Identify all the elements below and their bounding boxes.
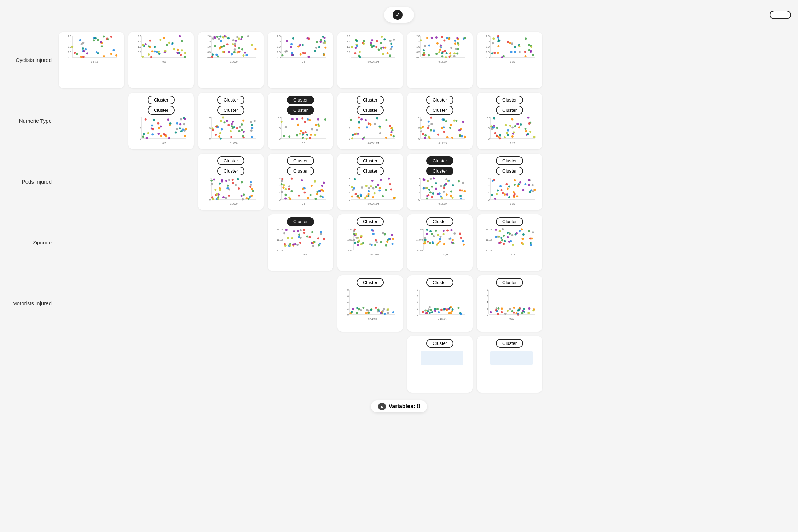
cluster-button-zipcode-2[interactable]: Cluster	[426, 217, 453, 226]
svg-point-616	[290, 190, 293, 192]
svg-point-1018	[422, 311, 424, 313]
svg-point-22	[97, 39, 99, 41]
svg-point-532	[490, 125, 492, 127]
svg-point-905	[448, 238, 450, 240]
cell-zipcode-6: Cluster11,50011,00010,5000 20	[477, 214, 542, 271]
svg-point-891	[439, 236, 441, 238]
svg-point-463	[350, 119, 352, 121]
cluster-button-numeric-4[interactable]: Cluster	[426, 96, 453, 104]
svg-point-160	[318, 46, 320, 48]
svg-point-89	[212, 53, 214, 56]
svg-text:1: 1	[279, 191, 281, 194]
svg-point-526	[529, 131, 531, 133]
cluster-button-numeric-1[interactable]: Cluster	[217, 96, 244, 104]
cluster-button-motorists-2[interactable]: Cluster	[496, 278, 523, 287]
cluster-button-motorists-0[interactable]: Cluster	[357, 278, 384, 287]
svg-point-541	[518, 126, 520, 128]
svg-point-102	[219, 47, 221, 49]
svg-point-368	[219, 132, 221, 134]
cluster-button-numeric-5[interactable]: Cluster	[496, 106, 523, 115]
svg-point-760	[491, 194, 493, 196]
svg-point-706	[443, 187, 445, 189]
svg-point-907	[442, 233, 444, 235]
svg-point-262	[424, 45, 426, 47]
cluster-button-peds-3[interactable]: Cluster	[426, 156, 453, 165]
cluster-button-zipcode-3[interactable]: Cluster	[496, 217, 523, 226]
svg-text:2.0: 2.0	[138, 35, 141, 37]
svg-point-583	[240, 195, 242, 197]
svg-text:1.5: 1.5	[277, 40, 281, 43]
svg-point-620	[298, 195, 300, 197]
svg-point-1045	[527, 312, 530, 314]
svg-point-530	[493, 125, 495, 127]
svg-point-234	[426, 37, 428, 39]
svg-point-485	[420, 127, 422, 129]
svg-point-1040	[497, 313, 499, 315]
cluster-button-numeric-0[interactable]: Cluster	[148, 96, 175, 104]
svg-point-263	[445, 56, 447, 58]
svg-point-405	[301, 117, 303, 119]
svg-point-804	[289, 244, 291, 247]
cluster-button-extra-1[interactable]: Cluster	[496, 339, 523, 348]
svg-text:8: 8	[417, 289, 418, 291]
cluster-button-peds-1[interactable]: Cluster	[287, 167, 314, 175]
svg-point-853	[362, 242, 364, 244]
svg-point-502	[462, 121, 464, 123]
cluster-button-peds-0[interactable]: Cluster	[217, 167, 244, 175]
svg-point-1009	[431, 311, 433, 313]
svg-point-393	[242, 131, 244, 133]
svg-text:10: 10	[347, 116, 350, 119]
cluster-button-motorists-1[interactable]: Cluster	[426, 278, 453, 287]
svg-point-156	[299, 44, 301, 46]
svg-point-481	[451, 137, 453, 139]
cluster-button-peds-3[interactable]: Cluster	[426, 167, 453, 175]
svg-point-499	[450, 124, 452, 126]
cluster-button-numeric-5[interactable]: Cluster	[496, 96, 523, 104]
cluster-button-peds-4[interactable]: Cluster	[496, 167, 523, 175]
cluster-button-peds-2[interactable]: Cluster	[357, 167, 384, 175]
cluster-button-zipcode-0[interactable]: Cluster	[287, 217, 314, 226]
svg-point-349	[152, 128, 154, 130]
cluster-button-extra-0[interactable]: Cluster	[426, 339, 453, 348]
svg-point-426	[284, 126, 287, 128]
svg-point-672	[354, 178, 356, 180]
svg-point-119	[236, 51, 238, 53]
svg-point-1057	[517, 313, 519, 315]
svg-point-971	[392, 311, 394, 313]
svg-point-250	[441, 52, 443, 54]
svg-point-589	[217, 198, 219, 200]
cluster-button-numeric-1[interactable]: Cluster	[217, 106, 244, 115]
cluster-button-zipcode-1[interactable]: Cluster	[357, 217, 384, 226]
svg-point-914	[495, 229, 497, 231]
svg-text:10: 10	[208, 116, 211, 119]
cluster-button-peds-0[interactable]: Cluster	[217, 156, 244, 165]
cluster-button-peds-1[interactable]: Cluster	[287, 156, 314, 165]
svg-point-353	[168, 124, 170, 126]
svg-text:1.0: 1.0	[138, 46, 141, 48]
svg-point-572	[210, 180, 213, 182]
svg-point-1021	[448, 307, 450, 309]
svg-text:5K,10M: 5K,10M	[370, 253, 378, 256]
svg-point-9	[110, 36, 112, 38]
svg-point-501	[441, 127, 443, 129]
cluster-button-numeric-2[interactable]: Cluster	[287, 106, 314, 115]
svg-text:2: 2	[417, 307, 418, 310]
svg-point-126	[217, 55, 219, 57]
svg-point-12	[80, 43, 82, 45]
svg-point-563	[219, 187, 221, 190]
svg-point-228	[453, 55, 455, 57]
cluster-button-numeric-2[interactable]: Cluster	[287, 96, 314, 104]
cluster-button-numeric-4[interactable]: Cluster	[426, 106, 453, 115]
svg-point-375	[241, 123, 243, 126]
cluster-button-numeric-3[interactable]: Cluster	[357, 96, 384, 104]
cluster-button-peds-4[interactable]: Cluster	[496, 156, 523, 165]
cluster-button-numeric-3[interactable]: Cluster	[357, 106, 384, 115]
cluster-button-numeric-0[interactable]: Cluster	[148, 106, 175, 115]
clear-levels-button[interactable]	[770, 11, 791, 19]
svg-text:1.0: 1.0	[347, 46, 350, 48]
cluster-button-peds-2[interactable]: Cluster	[357, 156, 384, 165]
svg-point-986	[387, 312, 389, 314]
svg-point-173	[290, 43, 293, 45]
svg-point-63	[157, 51, 160, 53]
svg-point-673	[354, 193, 357, 195]
